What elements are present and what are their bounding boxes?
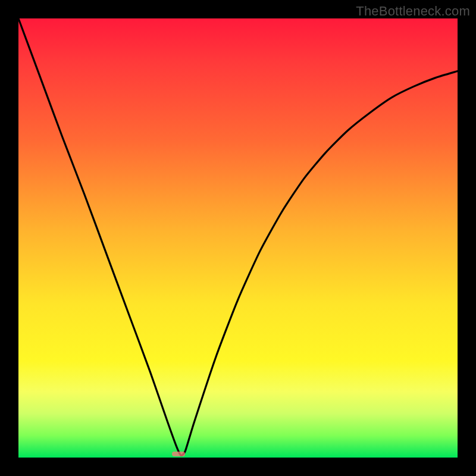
chart-frame: TheBottleneck.com (0, 0, 476, 476)
plot-area (18, 18, 458, 458)
minimum-marker (172, 452, 185, 456)
watermark-text: TheBottleneck.com (356, 4, 470, 19)
bottleneck-curve (18, 18, 458, 458)
